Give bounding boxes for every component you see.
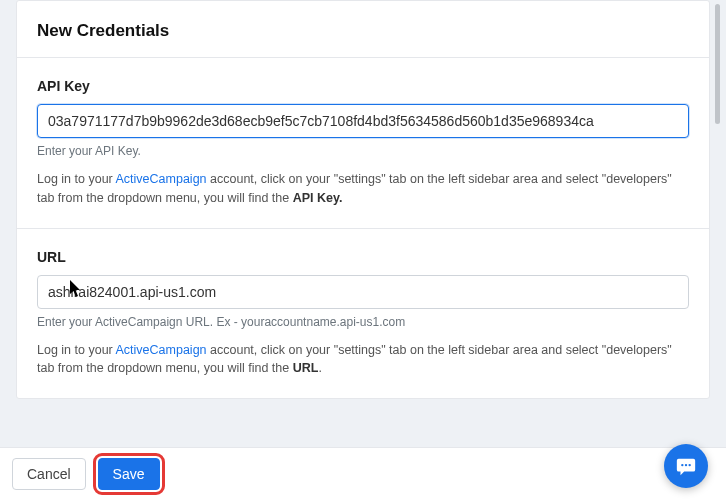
svg-point-2	[688, 464, 690, 466]
footer-bar: Cancel Save	[0, 447, 726, 500]
url-help-bold: URL	[293, 361, 319, 375]
url-hint: Enter your ActiveCampaign URL. Ex - your…	[37, 315, 689, 329]
cancel-button[interactable]: Cancel	[12, 458, 86, 490]
chat-icon	[675, 455, 697, 477]
api-key-hint: Enter your API Key.	[37, 144, 689, 158]
url-help-suffix: .	[318, 361, 321, 375]
card-header: New Credentials	[17, 1, 709, 58]
api-key-help-bold: API Key.	[293, 191, 343, 205]
url-help-link[interactable]: ActiveCampaign	[116, 343, 207, 357]
save-button[interactable]: Save	[98, 458, 160, 490]
credentials-card: New Credentials API Key Enter your API K…	[16, 0, 710, 399]
url-help: Log in to your ActiveCampaign account, c…	[37, 341, 689, 379]
page-title: New Credentials	[37, 21, 689, 41]
api-key-help-prefix: Log in to your	[37, 172, 116, 186]
api-key-help: Log in to your ActiveCampaign account, c…	[37, 170, 689, 208]
svg-point-1	[685, 464, 687, 466]
url-help-prefix: Log in to your	[37, 343, 116, 357]
svg-point-0	[681, 464, 683, 466]
url-section: URL Enter your ActiveCampaign URL. Ex - …	[17, 228, 709, 399]
url-input[interactable]	[37, 275, 689, 309]
api-key-help-link[interactable]: ActiveCampaign	[116, 172, 207, 186]
api-key-label: API Key	[37, 78, 689, 94]
chat-fab[interactable]	[664, 444, 708, 488]
api-key-section: API Key Enter your API Key. Log in to yo…	[17, 58, 709, 228]
scrollbar-thumb[interactable]	[715, 4, 720, 124]
api-key-input[interactable]	[37, 104, 689, 138]
url-label: URL	[37, 249, 689, 265]
